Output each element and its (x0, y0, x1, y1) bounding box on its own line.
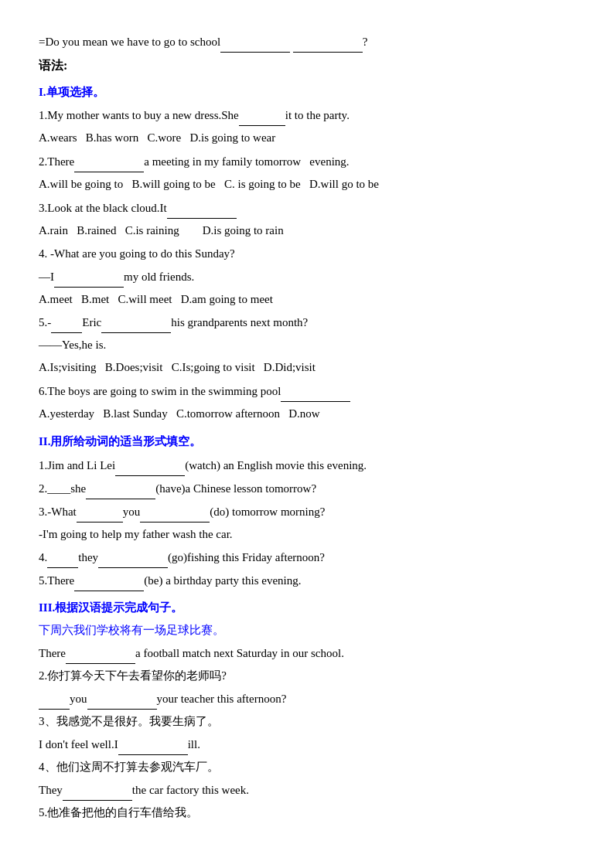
s2-q1: 1.Jim and Li Lei (watch) an English movi… (39, 454, 575, 476)
s2-q3-ans: -I'm going to help my father wash the ca… (39, 524, 575, 545)
s3-eng3: I don't feel well.I ill. (39, 734, 575, 755)
s3-chinese4: 4、他们这周不打算去参观汽车厂。 (39, 757, 575, 778)
section2-title: II.用所给动词的适当形式填空。 (39, 431, 575, 453)
q2: 2.There a meeting in my family tomorrow … (39, 151, 575, 172)
q5-stem: 5.- Eric his grandparents next month? (39, 311, 575, 333)
s2-q4: 4. they (go)fishing this Friday afternoo… (39, 546, 575, 568)
q5-answer: ——Yes,he is. (39, 335, 575, 356)
s2-q3: 3.-What you (do) tomorrow morning? (39, 501, 575, 523)
s3-eng1: There a football match next Saturday in … (39, 642, 575, 664)
q2-options: A.will be going to B.will going to be C.… (39, 174, 575, 196)
s3-eng4: They the car factory this week. (39, 779, 575, 801)
q1: 1.My mother wants to buy a new dress.She… (39, 104, 575, 126)
s3-eng2: you your teacher this afternoon? (39, 688, 575, 710)
s3-chinese2: 2.你打算今天下午去看望你的老师吗? (39, 665, 575, 686)
s3-chinese3: 3、我感觉不是很好。我要生病了。 (39, 711, 575, 732)
q3: 3.Look at the black cloud.It (39, 197, 575, 219)
section3-title: III.根据汉语提示完成句子。 (39, 597, 575, 619)
q6-stem: 6.The boys are going to swim in the swim… (39, 380, 575, 402)
q6-options: A.yesterday B.last Sunday C.tomorrow aft… (39, 403, 575, 425)
s3-chinese1: 下周六我们学校将有一场足球比赛。 (39, 620, 575, 641)
q4-answer: —I my old friends. (39, 266, 575, 288)
q5-options: A.Is;visiting B.Does;visit C.Is;going to… (39, 357, 575, 379)
section1-title: I.单项选择。 (39, 82, 575, 104)
q3-opts: A.rain B.rained C.is raining D.is going … (39, 220, 575, 242)
s2-q5: 5.There (be) a birthday party this eveni… (39, 570, 575, 591)
s2-q2: 2.____she (have)a Chinese lesson tomorro… (39, 478, 575, 499)
q1-options: A.wears B.has worn C.wore D.is going to … (39, 128, 575, 149)
q4-options: A.meet B.met C.will meet D.am going to m… (39, 289, 575, 311)
q4-stem: 4. -What are you going to do this Sunday… (39, 243, 575, 264)
intro-line: =Do you mean we have to go to school ? (39, 31, 575, 53)
grammar-heading: 语法: (39, 54, 575, 77)
s3-chinese5: 5.他准备把他的自行车借给我。 (39, 802, 575, 823)
